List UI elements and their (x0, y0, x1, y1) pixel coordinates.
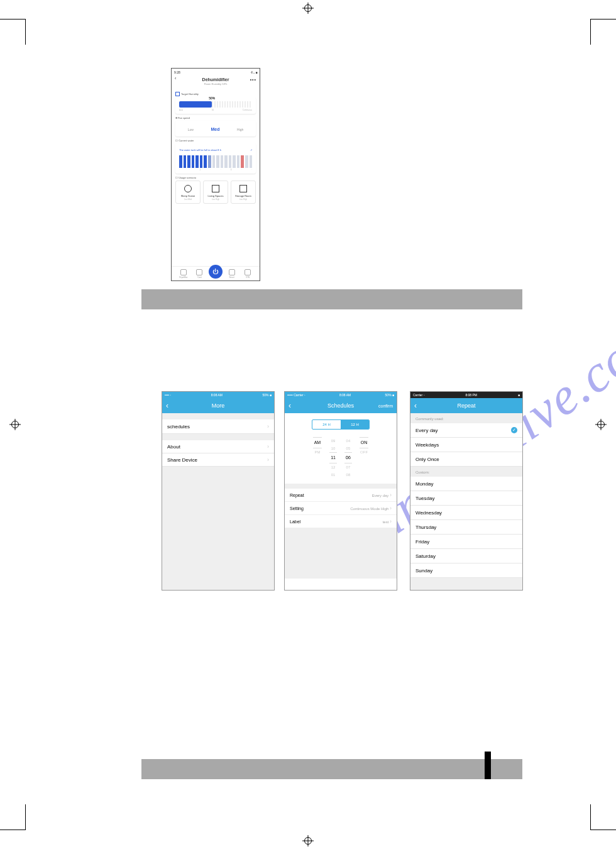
page-title: Schedules (327, 402, 354, 409)
row-only-once[interactable]: Only Once (410, 452, 522, 467)
nav-ion[interactable]: ION (239, 269, 256, 279)
group-label-custom: Custom: (410, 467, 522, 477)
scene-storage[interactable]: Storage RoomLow High (231, 180, 256, 204)
humidity-slider[interactable]: 50% (179, 101, 252, 108)
row-about[interactable]: About› (162, 440, 274, 453)
section-label-humidity: Target Humidity (172, 89, 260, 97)
power-icon[interactable]: ⏻ (209, 265, 223, 279)
section-label-usage: ☐ Usage scenario (172, 174, 260, 180)
back-icon[interactable]: ‹ (175, 76, 176, 80)
row-schedules[interactable]: schedules› (162, 419, 274, 434)
row-weekdays[interactable]: Weekdays (410, 438, 522, 452)
phone-schedules: ••••• Carrier ◦ 8:08 AM 50% ■ ‹ Schedule… (284, 391, 397, 591)
status-bar: 9:28 ··ll ⌄ ■ (172, 69, 260, 76)
chevron-right-icon: › (267, 457, 269, 463)
check-icon: ✓ (511, 427, 517, 433)
chevron-right-icon: › (390, 505, 392, 511)
nav-cont[interactable]: Cont (192, 269, 208, 279)
humidity-card[interactable]: 50% Auto50Continuous (175, 97, 256, 114)
crop-mark (590, 19, 616, 45)
section-label-water: ☐ Current water (172, 136, 260, 143)
back-icon[interactable]: ‹ (414, 401, 417, 410)
row-every-day[interactable]: Every day✓ (410, 423, 522, 438)
row-setting[interactable]: SettingContinuous Mode High › (285, 502, 397, 515)
fan-low[interactable]: Low (188, 128, 194, 131)
page-title: Dehumidifier (172, 77, 260, 82)
crop-mark (0, 19, 26, 45)
section-label-fan: ❋ Fan speed (172, 114, 260, 121)
group-label-common: Commonly used: (410, 413, 522, 423)
phone-dehumidifier: 9:28 ··ll ⌄ ■ ‹ Dehumidifier Room Humidi… (171, 68, 260, 281)
time-picker[interactable]: AM PM 0910 11 1201 0405 06 0708 ON OFF (285, 435, 397, 484)
header: ‹ More (162, 398, 274, 413)
row-monday[interactable]: Monday (410, 477, 522, 491)
toggle-12h[interactable]: 12 H (341, 420, 369, 429)
page-tab (485, 752, 491, 779)
water-card: The water tank will be full in about 8 h… (175, 143, 256, 174)
fan-high[interactable]: High (237, 128, 243, 131)
nav-power[interactable]: ⏻ (207, 270, 224, 279)
chevron-right-icon: › (390, 492, 392, 498)
more-icon[interactable]: ••• (250, 77, 256, 82)
crop-mark (0, 804, 26, 830)
humidity-fill (179, 101, 212, 108)
scene-living[interactable]: Living SpacesLow High (203, 180, 228, 204)
row-sunday[interactable]: Sunday (410, 563, 522, 578)
registration-mark (302, 835, 314, 846)
bottom-nav: DryerMax Cont ⏻ Smart ION (172, 266, 260, 279)
water-bars (179, 154, 252, 168)
chevron-right-icon: › (390, 518, 392, 524)
nav-dryermax[interactable]: DryerMax (175, 269, 192, 279)
status-icons: ··ll ⌄ ■ (250, 70, 257, 74)
registration-mark (595, 419, 607, 430)
page-title: More (212, 402, 225, 409)
row-saturday[interactable]: Saturday (410, 549, 522, 563)
registration-mark (302, 3, 314, 14)
scenes: Sleep SceneLow Med Living SpacesLow High… (172, 180, 260, 204)
header: ‹ Repeat (410, 398, 522, 413)
status-bar: ••••• Carrier ◦ 8:08 AM 50% ■ (285, 392, 397, 398)
humidity-value: 50% (209, 96, 215, 100)
chevron-right-icon: › (267, 423, 269, 430)
row-share[interactable]: Share Device› (162, 453, 274, 467)
status-bar: Carrier ◦ 8:08 PM ■ (410, 392, 522, 398)
expand-icon[interactable]: ↗ (250, 148, 252, 152)
back-icon[interactable]: ‹ (166, 401, 168, 410)
section-divider (141, 759, 522, 779)
crop-mark (590, 804, 616, 830)
chevron-right-icon: › (267, 443, 269, 450)
page-subtitle: Room Humidity 53% (172, 82, 260, 86)
row-label[interactable]: Labeltest › (285, 515, 397, 528)
row-tuesday[interactable]: Tuesday (410, 491, 522, 506)
fan-card: Low Med High (175, 121, 256, 136)
back-icon[interactable]: ‹ (289, 401, 291, 410)
humidity-icon (175, 92, 180, 96)
confirm-button[interactable]: confirm (378, 404, 393, 408)
time-format-toggle[interactable]: 24 H 12 H (312, 419, 370, 430)
page-title: Repeat (457, 402, 475, 409)
status-time: 9:28 (174, 70, 180, 74)
row-friday[interactable]: Friday (410, 535, 522, 549)
registration-mark (9, 419, 21, 430)
section-divider (141, 289, 522, 309)
header: ‹ Dehumidifier Room Humidity 53% ••• (172, 76, 260, 89)
fan-med[interactable]: Med (211, 127, 219, 131)
header: ‹ Schedules confirm (285, 398, 397, 413)
row-wednesday[interactable]: Wednesday (410, 506, 522, 520)
scene-sleep[interactable]: Sleep SceneLow Med (175, 180, 201, 204)
row-thursday[interactable]: Thursday (410, 520, 522, 535)
phone-more: •••• ◦ 8:08 AM 50% ■ ‹ More schedules› A… (162, 391, 275, 591)
water-note: The water tank will be full in about 8 h (179, 148, 221, 152)
row-repeat[interactable]: RepeatEvery day › (285, 489, 397, 502)
nav-smart[interactable]: Smart (224, 269, 240, 279)
phone-repeat: Carrier ◦ 8:08 PM ■ ‹ Repeat Commonly us… (410, 391, 523, 591)
status-bar: •••• ◦ 8:08 AM 50% ■ (162, 392, 274, 398)
toggle-24h[interactable]: 24 H (312, 420, 341, 429)
